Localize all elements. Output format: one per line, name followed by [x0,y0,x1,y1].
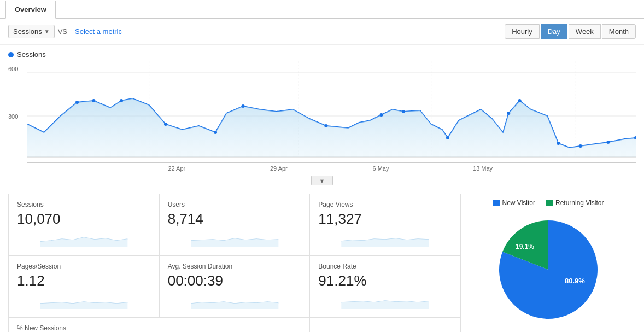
metric-bounce: Bounce Rate 91.21% [310,256,461,318]
pageviews-title: Page Views [318,201,452,208]
bounce-value: 91.21% [318,272,452,289]
x-label-6may: 6 May [330,165,432,172]
sessions-legend-label: Sessions [17,50,46,59]
avg-session-title: Avg. Session Duration [168,263,302,270]
x-label-29apr: 29 Apr [228,165,330,172]
svg-point-7 [75,101,79,104]
metric-sessions: Sessions 10,070 [9,194,160,256]
bottom-metrics-row: % New Sessions 80.89% [8,318,461,332]
tab-overview[interactable]: Overview [5,1,56,19]
svg-point-15 [402,110,405,113]
svg-point-18 [518,99,521,102]
metrics-row-1: Sessions 10,070 Users 8,714 [9,194,461,256]
sessions-value: 10,070 [17,211,151,228]
y-label-600: 600 [8,66,18,72]
pages-session-title: Pages/Session [17,263,151,270]
returning-pct-label: 19.1% [516,243,534,251]
svg-point-12 [242,104,245,108]
pages-session-value: 1.12 [17,272,151,289]
toolbar: Sessions ▼ VS Select a metric Hourly Day… [0,19,644,45]
time-buttons-group: Hourly Day Week Month [505,24,636,39]
pageviews-value: 11,327 [318,211,452,228]
new-sessions-title: % New Sessions [17,324,150,332]
metric-pages-session: Pages/Session 1.12 [9,256,160,318]
svg-point-8 [92,99,95,102]
metric-users: Users 8,714 [160,194,311,256]
pie-section: New Visitor Returning Visitor 80.9% 19.1… [461,194,636,332]
vs-label: VS [58,27,67,36]
x-axis: 22 Apr 29 Apr 6 May 13 May [27,162,636,174]
sessions-select[interactable]: Sessions ▼ [8,25,55,38]
tab-bar: Overview [0,0,644,19]
avg-session-value: 00:00:39 [168,272,302,289]
svg-point-11 [214,131,217,134]
metric-pageviews: Page Views 11,327 [310,194,461,256]
select-arrow-icon: ▼ [44,28,50,34]
metric-select-group: Sessions ▼ VS Select a metric [8,25,122,38]
svg-point-14 [380,113,383,117]
metric-new-sessions: % New Sessions 80.89% [9,318,159,332]
new-visitor-color [493,200,500,206]
svg-point-19 [557,142,560,145]
x-label-22apr: 22 Apr [126,165,228,172]
chart-area: Sessions 600 300 [0,45,644,185]
svg-point-13 [324,124,327,127]
svg-point-20 [579,144,582,148]
select-metric-link[interactable]: Select a metric [75,27,122,36]
chart-legend: Sessions [8,50,636,59]
new-visitor-label: New Visitor [502,199,535,207]
bounce-title: Bounce Rate [318,263,452,270]
metrics-grid: Sessions 10,070 Users 8,714 [8,194,461,318]
pages-session-sparkline [17,293,151,309]
new-pct-label: 80.9% [565,277,585,285]
returning-visitor-legend: Returning Visitor [546,199,604,207]
chart-scroll: ▼ [8,176,636,185]
sessions-sparkline [17,231,151,247]
time-btn-month[interactable]: Month [602,24,636,39]
pie-legend: New Visitor Returning Visitor [493,199,604,207]
svg-point-9 [120,99,123,102]
sessions-select-label: Sessions [13,27,42,36]
svg-point-21 [606,141,610,144]
returning-visitor-color [546,200,553,206]
users-sparkline [168,231,302,247]
metrics-left: Sessions 10,070 Users 8,714 [8,194,461,332]
new-visitor-legend: New Visitor [493,199,535,207]
svg-point-17 [507,112,510,115]
metrics-row-2: Pages/Session 1.12 Avg. Session Duration… [9,256,461,318]
x-label-13may: 13 May [432,165,534,172]
bounce-sparkline [318,293,452,309]
users-value: 8,714 [168,211,302,228]
y-label-300: 300 [8,113,18,120]
svg-point-16 [446,136,449,139]
sessions-legend-dot [8,52,14,57]
scroll-down-icon[interactable]: ▼ [311,176,333,185]
time-btn-day[interactable]: Day [541,24,567,39]
pageviews-sparkline [318,231,452,247]
time-btn-week[interactable]: Week [569,24,601,39]
metric-avg-session: Avg. Session Duration 00:00:39 [160,256,311,318]
users-title: Users [168,201,302,208]
avg-session-sparkline [168,293,302,309]
svg-point-10 [164,123,167,126]
pie-chart-svg: 80.9% 19.1% [494,215,603,324]
sessions-title: Sessions [17,201,151,208]
time-btn-hourly[interactable]: Hourly [505,24,540,39]
main-chart-svg [27,61,636,162]
returning-visitor-label: Returning Visitor [555,199,604,207]
metrics-section: Sessions 10,070 Users 8,714 [0,188,644,332]
empty-metric-1 [159,318,309,332]
